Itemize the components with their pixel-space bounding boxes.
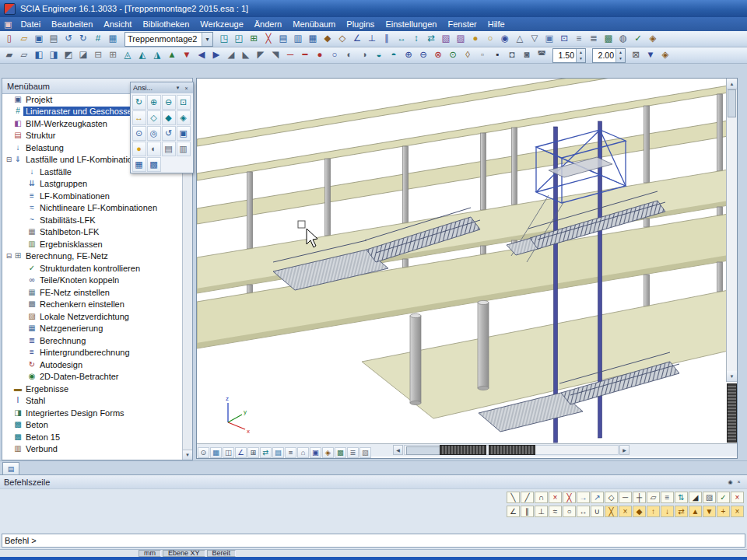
command-tool-icon[interactable]: ⇅ [675,492,688,503]
toolbar-icon[interactable]: ◢ [224,49,238,62]
tree-item[interactable]: ≡ LF-Kombinationen [2,190,183,202]
tree-item[interactable]: ▦ FE-Netz einstellen [2,286,183,299]
tree-item-label[interactable]: Ergebnisklassen [37,240,105,249]
toolbar-icon[interactable]: ◙ [520,49,534,62]
toolbar-icon[interactable]: ⊠ [629,49,643,62]
view-toolbar-titlebar[interactable]: Ansi... ▾ × [131,82,193,93]
view-front-icon[interactable]: ◇ [147,110,161,125]
zoom-all-icon[interactable]: ⊙ [132,126,146,141]
toolbar-icon[interactable]: ◓ [387,49,401,62]
toolbar-icon[interactable]: ▦ [306,33,320,46]
tree-item-label[interactable]: LF-Kombinationen [37,191,112,201]
view-side-icon[interactable]: ◆ [162,110,176,125]
toolbar-icon[interactable]: ▫ [475,49,489,62]
view-command-icon[interactable]: ⊙ [198,447,209,458]
command-tool-icon[interactable]: ↔ [577,506,590,517]
toolbar-icon[interactable]: ▩ [601,33,615,46]
toolbar-icon[interactable]: ○ [328,49,342,62]
toolbar-icon[interactable]: ⊕ [402,49,416,62]
tree-item[interactable]: ▦ Netzgenerierung [2,323,183,335]
toolbar-icon[interactable]: ↔ [395,33,409,46]
menu-item[interactable]: Menübaum [287,18,341,30]
command-tool-icon[interactable]: ≈ [549,506,562,517]
menu-item[interactable]: Plugins [341,18,380,30]
toolbar-icon[interactable]: ⊞ [106,49,120,62]
command-input[interactable] [2,534,745,548]
tree-item[interactable]: ▦ Stahlbeton-LFK [2,226,183,239]
tree-item-label[interactable]: Hintergrundberechnung [37,348,132,357]
view-command-icon[interactable]: ◫ [223,447,234,458]
tree-item[interactable]: ⊟ ⊞ Berechnung, FE-Netz [2,250,183,263]
toolbar-icon[interactable]: ◒ [372,49,386,62]
toolbar-icon[interactable]: ◉ [498,33,512,46]
tree-item-label[interactable]: FE-Netz einstellen [37,288,112,297]
command-tool-icon[interactable]: × [731,506,744,517]
command-tool-icon[interactable]: ↑ [647,506,660,517]
view-command-icon[interactable]: ▣ [310,447,321,458]
command-tool-icon[interactable]: ╳ [605,506,618,517]
menu-item[interactable]: Einstellungen [380,18,442,30]
zoom-in-icon[interactable]: ⊕ [147,95,161,110]
scale-spinner-2[interactable]: 2.00 ▲▼ [592,48,626,63]
toolbar-icon[interactable]: ╳ [261,33,275,46]
command-tool-icon[interactable]: ▱ [647,492,660,503]
toolbar-icon[interactable]: ◳ [217,33,231,46]
view-command-icon[interactable]: ⌂ [297,447,309,458]
toolbar-icon[interactable]: ◨ [47,49,61,62]
toolbar-icon[interactable]: ∥ [380,33,394,46]
print-icon[interactable]: ▤ [47,33,61,46]
tree-item[interactable]: ⇊ Lastgruppen [2,178,183,191]
scale-spinner-1[interactable]: 1.50 ▲▼ [552,48,586,63]
tree-item[interactable]: ◉ 2D-Daten-Betrachter [2,371,183,383]
tree-item-label[interactable]: Berechnung, FE-Netz [23,251,110,261]
tree-item[interactable]: ◨ Integriertes Design Forms [2,407,183,419]
menu-item[interactable]: Hilfe [482,18,510,30]
menu-item[interactable]: Datei [15,18,46,30]
spin-up-icon[interactable]: ▲ [616,49,625,56]
command-tool-icon[interactable]: ∥ [521,506,534,517]
toolbar-icon[interactable]: ● [468,33,482,46]
command-tool-icon[interactable]: ╲ [507,492,520,503]
layers-icon[interactable]: ▦ [106,33,120,46]
view-command-icon[interactable]: ≡ [285,447,296,458]
command-tool-icon[interactable]: ↓ [661,506,674,517]
tree-item-label[interactable]: 2D-Daten-Betrachter [37,372,121,381]
command-tool-icon[interactable]: ╱ [521,492,534,503]
command-tool-icon[interactable]: ↗ [591,492,604,503]
tree-item-label[interactable]: BIM-Werkzeugkasten [23,119,110,128]
collapsed-panel-strip[interactable] [727,383,737,443]
toolbar-icon[interactable]: ▨ [454,33,468,46]
tree-item[interactable]: I Stahl [2,395,183,408]
scroll-up-icon[interactable]: ▲ [727,79,737,89]
command-tool-icon[interactable]: ⇄ [675,506,688,517]
toolbar-icon[interactable]: ⊙ [446,49,460,62]
tree-item-label[interactable]: Projekt [23,95,54,104]
toolbar-icon[interactable]: ◐ [342,49,356,62]
tree-item[interactable]: ∞ Teile/Knoten koppeln [2,275,183,287]
tree-item[interactable]: ≣ Berechnung [2,334,183,347]
view-settings-icon[interactable]: ▩ [147,157,161,172]
toolbar-icon[interactable]: ◍ [616,33,630,46]
tree-item[interactable]: ≈ Nichtlineare LF-Kombinationen [2,202,183,215]
tree-item-label[interactable]: Strukturdaten kontrollieren [37,264,142,273]
toolbar-icon[interactable]: △ [513,33,527,46]
clipping-box-icon[interactable]: ▣ [177,126,191,141]
command-tool-icon[interactable]: → [577,492,590,503]
command-tool-icon[interactable]: ─ [619,492,632,503]
save-icon[interactable]: ▣ [32,33,46,46]
toolbar-icon[interactable]: ⊗ [431,49,445,62]
tree-item-label[interactable]: Lastfälle [37,167,74,177]
tree-item-label[interactable]: Teile/Knoten koppeln [37,275,121,285]
toolbar-icon[interactable]: ▣ [542,33,556,46]
tree-item-label[interactable]: Struktur [23,131,58,140]
command-tool-icon[interactable]: × [619,506,632,517]
command-tool-icon[interactable]: ✓ [717,492,730,503]
view-top-icon[interactable]: ◈ [177,110,191,125]
command-tool-icon[interactable]: ┼ [633,492,646,503]
tree-item-label[interactable]: Rechenkern einstellen [37,299,127,309]
toolbar-icon[interactable]: ◭ [135,49,149,62]
pin-icon[interactable]: ◉ [726,478,735,486]
close-icon[interactable]: × [182,84,191,93]
toolbar-icon[interactable]: ▼ [180,49,194,62]
tree-item-label[interactable]: Lokale Netzverdichtung [37,312,132,321]
